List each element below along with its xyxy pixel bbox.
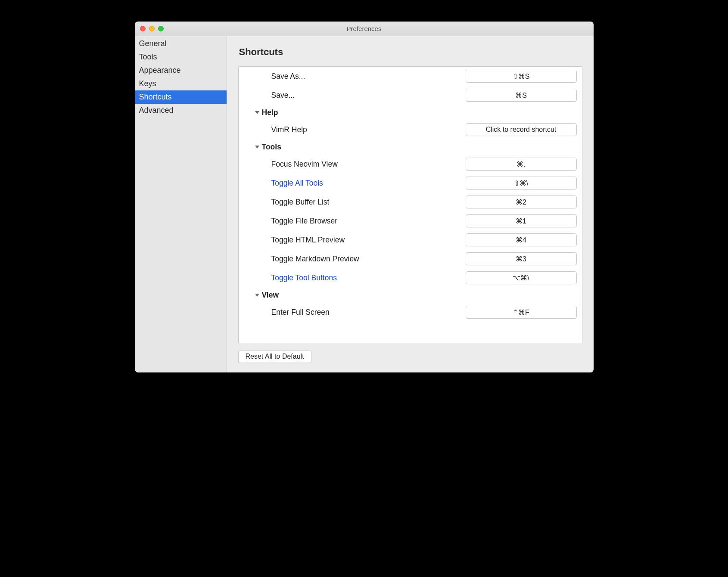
shortcut-row: Save As... ⇧⌘S — [239, 67, 582, 86]
shortcut-row: Enter Full Screen ⌃⌘F — [239, 303, 582, 322]
shortcut-row: VimR Help Click to record shortcut — [239, 120, 582, 139]
shortcut-label: Toggle HTML Preview — [239, 236, 466, 245]
group-label: View — [262, 291, 279, 300]
shortcut-row: Toggle File Browser ⌘1 — [239, 211, 582, 230]
shortcut-recorder[interactable]: ⌘1 — [466, 214, 577, 227]
sidebar-item-keys[interactable]: Keys — [135, 77, 227, 90]
shortcut-label: Toggle Tool Buttons — [239, 273, 466, 282]
shortcut-row: Focus Neovim View ⌘. — [239, 155, 582, 174]
shortcut-label: Enter Full Screen — [239, 308, 466, 317]
shortcut-recorder[interactable]: ⇧⌘S — [466, 70, 577, 83]
shortcut-label: Focus Neovim View — [239, 160, 466, 169]
preferences-window: Preferences General Tools Appearance Key… — [135, 22, 594, 372]
shortcut-recorder[interactable]: Click to record shortcut — [466, 123, 577, 136]
shortcut-label: Toggle All Tools — [239, 179, 466, 188]
shortcut-recorder[interactable]: ⌃⌘F — [466, 306, 577, 319]
sidebar-item-appearance[interactable]: Appearance — [135, 64, 227, 77]
chevron-down-icon — [255, 294, 259, 297]
shortcut-row: Toggle HTML Preview ⌘4 — [239, 230, 582, 249]
shortcut-list[interactable]: Save As... ⇧⌘S Save... ⌘S Help VimR Help… — [238, 66, 582, 343]
page-title: Shortcuts — [227, 36, 594, 66]
shortcut-recorder[interactable]: ⇧⌘\ — [466, 177, 577, 189]
footer: Reset All to Default — [227, 343, 594, 372]
chevron-down-icon — [255, 111, 259, 114]
titlebar: Preferences — [135, 22, 594, 36]
shortcut-row: Toggle All Tools ⇧⌘\ — [239, 174, 582, 192]
sidebar: General Tools Appearance Keys Shortcuts … — [135, 36, 227, 372]
reset-all-button[interactable]: Reset All to Default — [238, 350, 311, 363]
shortcut-row: Save... ⌘S — [239, 86, 582, 105]
group-header-help[interactable]: Help — [239, 105, 582, 120]
shortcut-recorder[interactable]: ⌘. — [466, 158, 577, 171]
shortcut-recorder[interactable]: ⌥⌘\ — [466, 271, 577, 284]
window-body: General Tools Appearance Keys Shortcuts … — [135, 36, 594, 372]
sidebar-item-shortcuts[interactable]: Shortcuts — [135, 90, 227, 104]
sidebar-item-tools[interactable]: Tools — [135, 50, 227, 64]
shortcut-label: Toggle Buffer List — [239, 198, 466, 207]
shortcut-row: Toggle Markdown Preview ⌘3 — [239, 249, 582, 268]
window-title: Preferences — [135, 25, 594, 32]
shortcut-recorder[interactable]: ⌘3 — [466, 252, 577, 265]
shortcut-recorder[interactable]: ⌘2 — [466, 195, 577, 208]
shortcut-recorder[interactable]: ⌘S — [466, 89, 577, 102]
shortcut-label: Toggle Markdown Preview — [239, 254, 466, 264]
sidebar-item-advanced[interactable]: Advanced — [135, 104, 227, 117]
sidebar-item-general[interactable]: General — [135, 37, 227, 50]
group-label: Tools — [262, 143, 281, 152]
shortcut-label: Save As... — [239, 72, 466, 81]
group-header-view[interactable]: View — [239, 287, 582, 303]
main-panel: Shortcuts Save As... ⇧⌘S Save... ⌘S Help… — [227, 36, 594, 372]
shortcut-row: Toggle Buffer List ⌘2 — [239, 192, 582, 211]
group-header-tools[interactable]: Tools — [239, 139, 582, 155]
shortcut-label: VimR Help — [239, 125, 466, 134]
shortcut-recorder[interactable]: ⌘4 — [466, 233, 577, 246]
shortcut-label: Toggle File Browser — [239, 217, 466, 226]
shortcut-label: Save... — [239, 91, 466, 100]
chevron-down-icon — [255, 146, 259, 149]
group-label: Help — [262, 108, 278, 117]
shortcut-row: Toggle Tool Buttons ⌥⌘\ — [239, 268, 582, 287]
